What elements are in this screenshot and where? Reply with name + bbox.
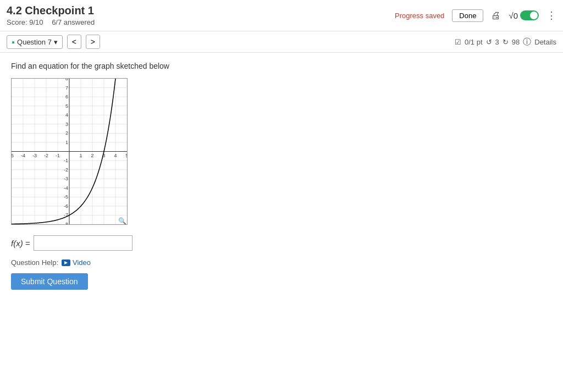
score-value: Score: 9/10 [7,18,43,26]
answer-input-row: f(x) = [11,235,552,251]
graph-container [11,78,128,225]
print-icon[interactable]: 🖨 [491,10,501,21]
video-link[interactable]: Video [62,258,91,267]
page-title: 4.2 Checkpoint 1 [7,4,395,17]
submit-question-button[interactable]: Submit Question [11,273,88,290]
score-display: 98 [512,38,520,46]
sound-toggle[interactable] [520,10,539,20]
details-label[interactable]: Details [534,38,556,46]
info-icon[interactable]: ⓘ [523,37,531,47]
sound-control: √0 [509,10,539,20]
more-options-icon[interactable]: ⋮ [547,9,556,21]
header-left: 4.2 Checkpoint 1 Score: 9/10 6/7 answere… [7,4,395,26]
score-icon: ↻ [503,38,509,46]
question-text: Find an equation for the graph sketched … [11,62,552,70]
retry-icon: ↺ [486,38,492,46]
prev-question-button[interactable]: < [67,35,81,49]
graph-canvas [11,78,128,225]
question-dot: ● [12,39,15,45]
video-icon [62,260,70,266]
dropdown-arrow-icon: ▾ [54,38,58,46]
progress-saved-label: Progress saved [395,12,444,20]
nav-right-info: ☑ 0/1 pt ↺ 3 ↻ 98 ⓘ Details [455,37,556,47]
checkbox-icon: ☑ [455,38,461,46]
help-label: Question Help: [11,258,58,267]
done-button[interactable]: Done [452,9,483,22]
header-score: Score: 9/10 6/7 answered [7,18,395,26]
question-label: Question 7 [17,38,52,46]
question-selector[interactable]: ● Question 7 ▾ [7,35,63,49]
fx-label: f(x) = [11,239,30,248]
retry-count: 3 [495,38,499,46]
sound-label: √0 [509,11,518,20]
help-row: Question Help: Video [11,258,552,267]
header-right: Progress saved Done 🖨 √0 ⋮ [395,9,556,22]
page-header: 4.2 Checkpoint 1 Score: 9/10 6/7 answere… [0,0,563,31]
answer-input[interactable] [34,235,133,251]
points-display: 0/1 pt [465,38,483,46]
video-label: Video [73,258,91,267]
main-content: Find an equation for the graph sketched … [0,53,563,299]
answered-count: 6/7 answered [52,18,95,26]
next-question-button[interactable]: > [86,35,100,49]
question-nav-bar: ● Question 7 ▾ < > ☑ 0/1 pt ↺ 3 ↻ 98 ⓘ D… [0,31,563,53]
